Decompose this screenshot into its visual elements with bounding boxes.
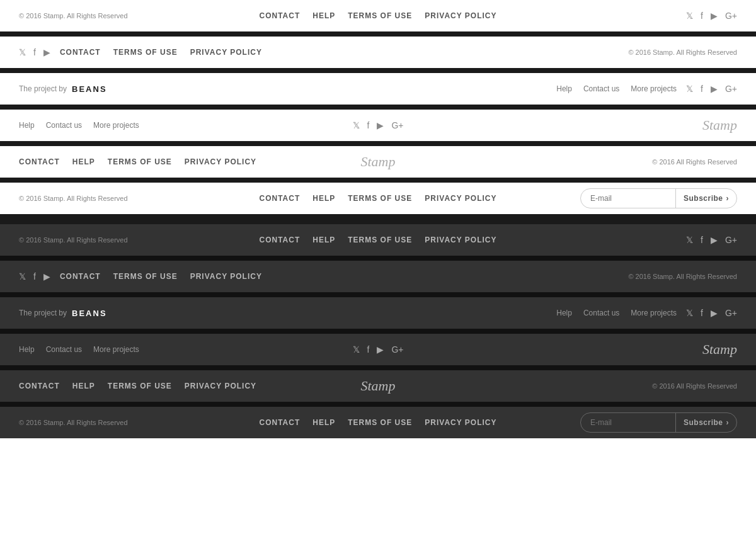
googleplus-icon-3[interactable]: G+ — [725, 84, 737, 94]
subscribe-form-1: Subscribe › — [580, 188, 737, 208]
copyright-1: © 2016 Stamp. All Rights Reserved — [19, 12, 128, 20]
twitter-icon-5[interactable]: 𝕏 — [686, 235, 693, 245]
twitter-icon-8[interactable]: 𝕏 — [353, 344, 360, 355]
twitter-icon-3[interactable]: 𝕏 — [686, 84, 693, 94]
contact-link-6[interactable]: CONTACT — [60, 272, 101, 281]
contact-us-link-4[interactable]: Contact us — [46, 345, 82, 354]
footer-bar-2: 𝕏 f ▶ CONTACT TERMS OF USE PRIVACY POLIC… — [0, 37, 756, 68]
privacy-link-4[interactable]: PRIVACY POLICY — [425, 194, 496, 203]
facebook-icon-6[interactable]: f — [33, 271, 36, 281]
privacy-link-8[interactable]: PRIVACY POLICY — [425, 418, 496, 427]
terms-link-8[interactable]: TERMS OF USE — [348, 418, 412, 427]
facebook-icon-7[interactable]: f — [701, 308, 703, 318]
facebook-icon-1[interactable]: f — [701, 11, 703, 21]
footer-bar-9: The project by BEANS Help Contact us Mor… — [0, 297, 756, 329]
divider-11 — [0, 402, 756, 407]
youtube-icon-6[interactable]: ▶ — [43, 271, 50, 281]
privacy-link-7[interactable]: PRIVACY POLICY — [185, 382, 256, 390]
terms-link-6[interactable]: TERMS OF USE — [113, 272, 178, 281]
divider-7 — [0, 256, 756, 261]
footer-bar-4: Help Contact us More projects 𝕏 f ▶ G+ S… — [0, 110, 756, 141]
divider-5 — [0, 178, 756, 183]
twitter-icon-2[interactable]: 𝕏 — [19, 47, 26, 57]
email-input-2[interactable] — [581, 418, 675, 427]
subscribe-form-2: Subscribe › — [580, 412, 737, 433]
contact-link-5[interactable]: CONTACT — [259, 236, 300, 244]
privacy-link-2[interactable]: PRIVACY POLICY — [190, 48, 262, 57]
copyright-6: © 2016 Stamp. All Rights Reserved — [628, 273, 737, 280]
more-projects-link-2[interactable]: More projects — [93, 121, 139, 130]
help-link-1[interactable]: HELP — [312, 11, 335, 20]
facebook-icon-8[interactable]: f — [367, 344, 370, 355]
more-projects-link-1[interactable]: More projects — [631, 84, 677, 93]
beans-brand-1: BEANS — [72, 84, 107, 94]
help-small-link-1[interactable]: Help — [556, 84, 572, 93]
help-link-6[interactable]: HELP — [312, 418, 335, 427]
privacy-link-3[interactable]: PRIVACY POLICY — [185, 157, 256, 166]
footer-bar-12: © 2016 Stamp. All Rights Reserved CONTAC… — [0, 407, 756, 438]
terms-link-2[interactable]: TERMS OF USE — [113, 48, 178, 57]
help-small-link-4[interactable]: Help — [19, 345, 35, 354]
more-projects-link-4[interactable]: More projects — [93, 345, 139, 354]
youtube-icon-1[interactable]: ▶ — [711, 11, 718, 21]
contact-link-7[interactable]: CONTACT — [19, 382, 60, 390]
googleplus-icon-8[interactable]: G+ — [391, 344, 403, 355]
contact-us-link-1[interactable]: Contact us — [583, 84, 619, 93]
help-link-4[interactable]: HELP — [312, 236, 335, 244]
terms-link-1[interactable]: TERMS OF USE — [348, 11, 412, 20]
terms-link-3[interactable]: TERMS OF USE — [108, 157, 172, 166]
subscribe-button-1[interactable]: Subscribe › — [675, 189, 736, 208]
copyright-3: © 2016 All Rights Reserved — [652, 158, 737, 166]
contact-link-8[interactable]: CONTACT — [259, 418, 300, 427]
more-projects-link-3[interactable]: More projects — [631, 309, 677, 317]
googleplus-icon-5[interactable]: G+ — [725, 235, 737, 245]
privacy-link-1[interactable]: PRIVACY POLICY — [425, 11, 496, 20]
youtube-icon-5[interactable]: ▶ — [711, 235, 718, 245]
terms-link-5[interactable]: TERMS OF USE — [348, 236, 412, 244]
email-input-1[interactable] — [581, 194, 675, 203]
contact-link-3[interactable]: CONTACT — [19, 157, 60, 166]
contact-link-4[interactable]: CONTACT — [259, 194, 300, 203]
youtube-icon-8[interactable]: ▶ — [377, 344, 384, 355]
facebook-icon-4[interactable]: f — [367, 120, 370, 130]
stamp-brand-1: Stamp — [702, 117, 737, 133]
googleplus-icon-7[interactable]: G+ — [725, 308, 737, 318]
twitter-icon-4[interactable]: 𝕏 — [353, 120, 360, 130]
divider-3 — [0, 105, 756, 110]
help-small-link-2[interactable]: Help — [19, 121, 35, 130]
divider-6 — [0, 214, 756, 224]
help-link-5[interactable]: HELP — [72, 382, 95, 390]
youtube-icon-3[interactable]: ▶ — [711, 84, 718, 94]
terms-link-7[interactable]: TERMS OF USE — [108, 382, 172, 390]
help-link-3[interactable]: HELP — [312, 194, 335, 203]
divider-2 — [0, 68, 756, 73]
subscribe-button-2[interactable]: Subscribe › — [675, 413, 736, 432]
contact-us-link-3[interactable]: Contact us — [583, 309, 619, 317]
youtube-icon-4[interactable]: ▶ — [377, 120, 384, 130]
contact-us-link-2[interactable]: Contact us — [46, 121, 82, 130]
privacy-link-6[interactable]: PRIVACY POLICY — [190, 272, 262, 281]
youtube-icon-7[interactable]: ▶ — [711, 308, 718, 318]
contact-link-1[interactable]: CONTACT — [259, 11, 300, 20]
footer-bar-7: © 2016 Stamp. All Rights Reserved CONTAC… — [0, 224, 756, 256]
stamp-center-1: Stamp — [361, 154, 396, 170]
twitter-icon-6[interactable]: 𝕏 — [19, 271, 26, 281]
footer-bar-5: CONTACT HELP TERMS OF USE PRIVACY POLICY… — [0, 146, 756, 178]
googleplus-icon-1[interactable]: G+ — [725, 11, 737, 21]
help-link-2[interactable]: HELP — [72, 157, 95, 166]
footer-bar-3: The project by BEANS Help Contact us Mor… — [0, 73, 756, 105]
facebook-icon-3[interactable]: f — [701, 84, 703, 94]
terms-link-4[interactable]: TERMS OF USE — [348, 194, 412, 203]
project-by-text-2: The project by — [19, 309, 67, 317]
copyright-8: © 2016 Stamp. All Rights Reserved — [19, 419, 128, 426]
twitter-icon-7[interactable]: 𝕏 — [686, 308, 693, 318]
googleplus-icon-4[interactable]: G+ — [391, 120, 403, 130]
help-small-link-3[interactable]: Help — [556, 309, 572, 317]
facebook-icon-5[interactable]: f — [701, 235, 703, 245]
youtube-icon-2[interactable]: ▶ — [43, 47, 50, 57]
facebook-icon-2[interactable]: f — [33, 47, 36, 57]
contact-link-2[interactable]: CONTACT — [60, 48, 101, 57]
twitter-icon-1[interactable]: 𝕏 — [686, 11, 693, 21]
divider-9 — [0, 329, 756, 334]
privacy-link-5[interactable]: PRIVACY POLICY — [425, 236, 496, 244]
